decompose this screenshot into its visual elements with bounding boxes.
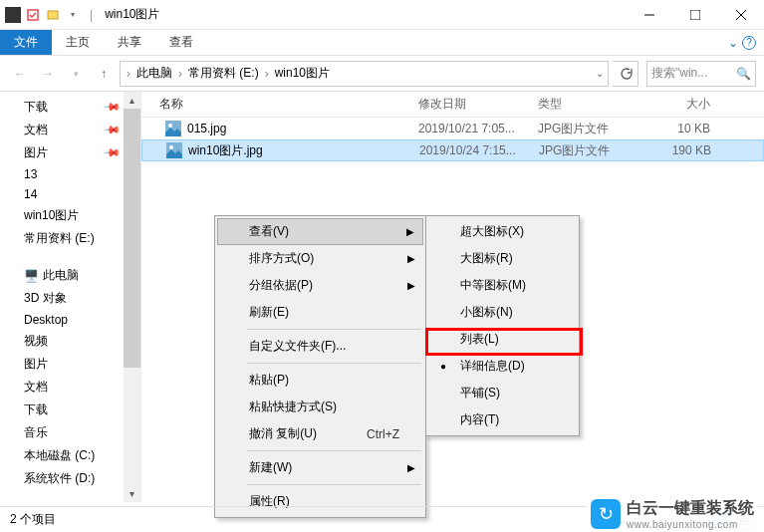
ribbon: 文件 主页 共享 查看 ⌄ ?	[0, 30, 764, 56]
address-dropdown-icon[interactable]: ⌄	[596, 68, 604, 79]
sidebar-item[interactable]: 文档	[0, 376, 140, 399]
svg-rect-2	[48, 11, 58, 19]
ribbon-tab-view[interactable]: 查看	[155, 30, 207, 55]
ribbon-expand-icon[interactable]: ⌄	[728, 36, 738, 50]
bullet-icon: ●	[440, 361, 446, 372]
navbar: ← → ▾ ↑ › 此电脑 › 常用资料 (E:) › win10图片 ⌄ 搜索…	[0, 56, 764, 92]
watermark: ↻ 白云一键重装系统 www.baiyunxitong.com	[587, 496, 758, 532]
nav-up-button[interactable]: ↑	[92, 62, 116, 86]
submenu-arrow-icon: ▶	[407, 253, 415, 264]
chevron-right-icon: ›	[125, 67, 132, 81]
sidebar-this-pc[interactable]: 🖥️ 此电脑	[0, 264, 140, 287]
sidebar-item[interactable]: 下载	[0, 399, 140, 421]
watermark-text: 白云一键重装系统	[627, 498, 754, 519]
image-file-icon	[165, 121, 181, 136]
breadcrumb-part[interactable]: win10图片	[271, 65, 334, 82]
menu-item[interactable]: 内容(T)	[428, 406, 577, 433]
menu-item[interactable]: 排序方式(O)▶	[217, 245, 423, 272]
menu-item[interactable]: 中等图标(M)	[428, 272, 577, 299]
sidebar-item[interactable]: 图片	[0, 353, 140, 376]
nav-forward-button[interactable]: →	[36, 62, 60, 86]
sidebar-item[interactable]: 音乐	[0, 421, 140, 444]
sidebar-item[interactable]: 14	[0, 184, 140, 204]
sidebar-item[interactable]: 本地磁盘 (C:)	[0, 444, 140, 467]
maximize-button[interactable]	[672, 0, 718, 30]
sidebar-item[interactable]: 系统软件 (D:)	[0, 467, 140, 490]
image-file-icon	[166, 142, 182, 158]
ribbon-tab-share[interactable]: 共享	[104, 30, 155, 55]
svg-point-8	[168, 124, 172, 128]
watermark-url: www.baiyunxitong.com	[627, 519, 754, 530]
file-row[interactable]: win10图片.jpg2019/10/24 7:15...JPG图片文件190 …	[141, 139, 764, 161]
pin-icon: 📌	[102, 121, 121, 139]
breadcrumb-root[interactable]: 此电脑	[132, 65, 176, 82]
pc-icon: 🖥️	[24, 269, 39, 283]
file-row[interactable]: 015.jpg2019/10/21 7:05...JPG图片文件10 KB	[141, 118, 764, 139]
pin-icon: 📌	[102, 143, 121, 162]
minimize-button[interactable]	[627, 0, 672, 30]
nav-back-button[interactable]: ←	[8, 62, 32, 86]
scroll-up-button[interactable]: ▴	[124, 92, 140, 109]
menu-item[interactable]: 超大图标(X)	[428, 218, 577, 245]
menu-item[interactable]: 分组依据(P)▶	[217, 272, 423, 299]
menu-item[interactable]: 列表(L)	[428, 326, 577, 353]
menu-item[interactable]: 新建(W)▶	[217, 454, 423, 481]
sidebar-item[interactable]: 3D 对象	[0, 287, 140, 310]
search-placeholder: 搜索"win...	[651, 65, 707, 82]
col-type-header[interactable]: 类型	[530, 96, 639, 113]
qat-dropdown-icon[interactable]: ▾	[64, 6, 82, 24]
menu-item[interactable]: 查看(V)▶	[217, 218, 423, 245]
pin-icon: 📌	[102, 98, 121, 117]
sidebar-item[interactable]: Desktop	[0, 310, 140, 330]
watermark-logo-icon: ↻	[591, 499, 621, 529]
col-name-header[interactable]: 名称	[141, 96, 410, 113]
svg-rect-4	[690, 10, 700, 20]
sidebar: 下载📌文档📌图片📌1314win10图片常用资料 (E:) 🖥️ 此电脑 3D …	[0, 92, 141, 502]
sidebar-item[interactable]: 下载📌	[0, 96, 140, 119]
menu-item[interactable]: 刷新(E)	[217, 299, 423, 326]
window-title: win10图片	[105, 6, 159, 23]
menu-item[interactable]: 粘贴快捷方式(S)	[217, 394, 423, 420]
col-size-header[interactable]: 大小	[639, 96, 719, 113]
sidebar-item[interactable]: 文档📌	[0, 119, 140, 141]
nav-history-dropdown[interactable]: ▾	[64, 62, 88, 86]
refresh-button[interactable]	[613, 61, 638, 87]
address-bar[interactable]: › 此电脑 › 常用资料 (E:) › win10图片 ⌄	[120, 61, 609, 87]
qat-icon-2[interactable]	[44, 6, 62, 24]
menu-item[interactable]: 平铺(S)	[428, 380, 577, 406]
scrollbar-thumb[interactable]	[124, 109, 140, 368]
menu-item[interactable]: 粘贴(P)	[217, 367, 423, 394]
ribbon-tab-home[interactable]: 主页	[52, 30, 104, 55]
menu-item[interactable]: 自定义文件夹(F)...	[217, 333, 423, 360]
col-date-header[interactable]: 修改日期	[410, 96, 530, 113]
column-headers: 名称 修改日期 类型 大小	[141, 92, 764, 118]
breadcrumb-part[interactable]: 常用资料 (E:)	[184, 65, 263, 82]
submenu-arrow-icon: ▶	[406, 226, 414, 237]
ribbon-tab-file[interactable]: 文件	[0, 30, 52, 55]
qat-icon-1[interactable]	[24, 6, 42, 24]
sidebar-item[interactable]: win10图片	[0, 204, 140, 227]
ribbon-help-icon[interactable]: ?	[742, 36, 756, 50]
sidebar-item[interactable]: 13	[0, 164, 140, 184]
app-icon	[4, 6, 22, 24]
menu-item[interactable]: ●详细信息(D)	[428, 353, 577, 380]
search-input[interactable]: 搜索"win... 🔍	[646, 61, 756, 87]
menu-item[interactable]: 撤消 复制(U)Ctrl+Z	[217, 420, 423, 447]
status-text: 2 个项目	[10, 511, 56, 528]
close-button[interactable]	[718, 0, 764, 30]
sidebar-item[interactable]: 视频	[0, 330, 140, 353]
context-menu-view: 超大图标(X)大图标(R)中等图标(M)小图标(N)列表(L)●详细信息(D)平…	[425, 215, 580, 436]
svg-point-10	[169, 145, 173, 149]
context-menu-main: 查看(V)▶排序方式(O)▶分组依据(P)▶刷新(E)自定义文件夹(F)...粘…	[214, 215, 426, 518]
menu-item[interactable]: 大图标(R)	[428, 245, 577, 272]
menu-item[interactable]: 小图标(N)	[428, 299, 577, 326]
scroll-down-button[interactable]: ▾	[124, 485, 140, 502]
sidebar-item[interactable]: 图片📌	[0, 141, 140, 164]
submenu-arrow-icon: ▶	[407, 280, 415, 291]
svg-rect-0	[5, 7, 21, 23]
sidebar-item[interactable]: 常用资料 (E:)	[0, 227, 140, 250]
submenu-arrow-icon: ▶	[407, 462, 415, 473]
search-icon: 🔍	[736, 67, 751, 81]
titlebar: ▾ | win10图片	[0, 0, 764, 30]
